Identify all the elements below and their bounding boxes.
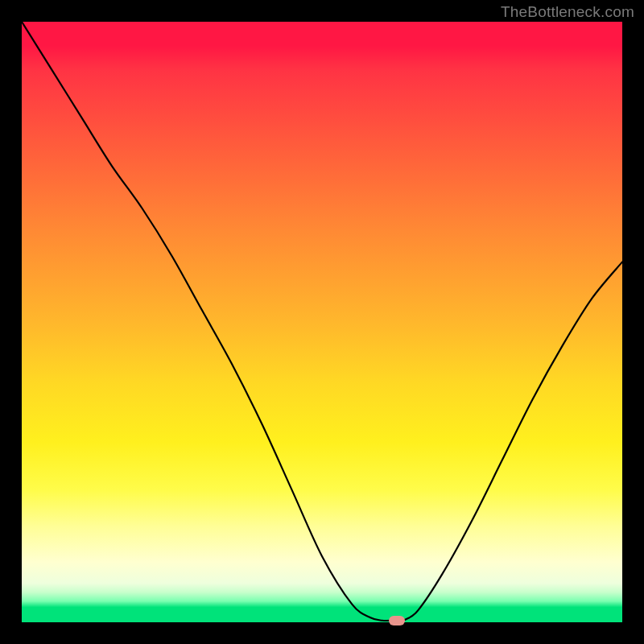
chart-curve [22, 22, 622, 622]
watermark-text: TheBottleneck.com [501, 3, 634, 21]
optimal-point-marker [389, 616, 405, 625]
chart-area [22, 22, 622, 622]
